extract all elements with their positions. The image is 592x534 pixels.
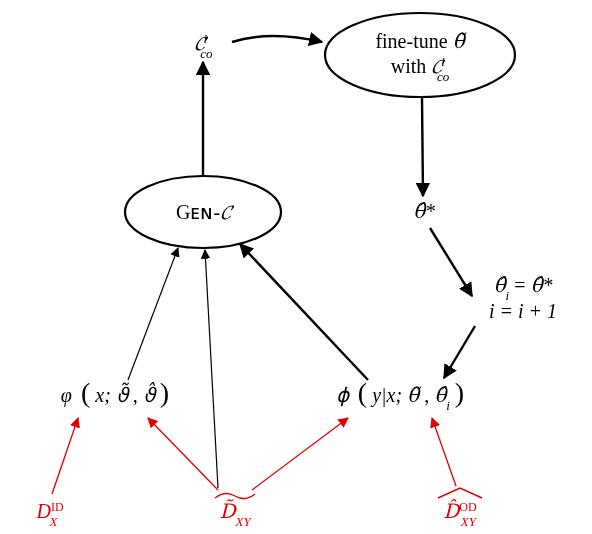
arrow-cco-to-finetune	[232, 36, 322, 42]
node-cco: 𝓒ico	[194, 31, 213, 61]
node-dxy-tilde: D̃XY	[219, 499, 252, 528]
arrow-update-to-phiright	[444, 326, 475, 378]
hat-accent-icon	[438, 488, 482, 498]
node-phi-left: φ ( x; ϑ̃ , ϑ̂ )	[61, 377, 169, 408]
genc-label: Gᴇɴ-𝓒	[176, 201, 235, 223]
node-dxy-od: D̂ODXY	[443, 499, 477, 528]
arrow-dxytilde-to-genc	[205, 250, 218, 488]
arrow-dxytilde-to-phileft	[148, 418, 218, 490]
arrow-finetune-to-thetastar	[422, 98, 423, 196]
arrow-dxyod-to-phiright	[432, 418, 456, 486]
arrow-phiright-to-genc	[240, 244, 368, 380]
arrow-phileft-to-genc	[128, 248, 178, 380]
node-phi-right: ϕ ( y|x; θ̃ , θ̂i )	[336, 377, 464, 413]
node-dxid: DIDX	[35, 500, 63, 529]
arrow-dxid-to-phileft	[52, 418, 78, 494]
arrow-dxytilde-to-phiright	[252, 418, 348, 490]
tilde-accent-icon	[215, 493, 255, 498]
arrow-thetastar-to-update	[430, 228, 472, 296]
node-thetastar: θ̂*	[413, 200, 435, 222]
update-line1: θ̂i = θ̂*	[494, 274, 553, 303]
finetune-line1: fine-tune θ̃	[375, 30, 467, 52]
update-line2: i = i + 1	[489, 300, 557, 322]
